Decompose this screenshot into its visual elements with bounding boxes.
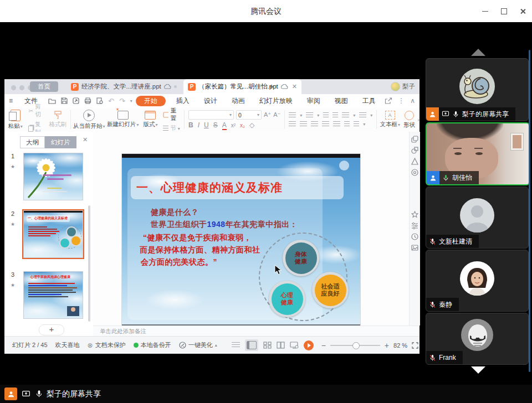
home-tab[interactable]: 首页 [30,81,58,92]
save-icon[interactable] [61,97,68,104]
slide-editing-area[interactable]: 一、心理健康的涵义及标准 健康是什么？ 世界卫生组织于1948年在其宪章中指出：… [122,154,360,326]
increase-indent-button[interactable] [332,112,338,118]
bold-button[interactable]: B [188,121,193,129]
menu-review[interactable]: 审阅 [300,94,328,107]
reset-button[interactable]: 重置 [163,107,180,122]
zoom-out-button[interactable]: − [321,341,326,350]
slide-thumbnail-3[interactable]: 心理学家杨凤池谈心理健康 [23,271,83,319]
video-tile-5[interactable]: Frank [426,313,529,365]
menu-design[interactable]: 设计 [197,94,224,107]
shrink-font-button[interactable]: A⁻ [273,111,280,118]
share-icon[interactable] [385,97,392,104]
font-name-select[interactable]: ▾ [188,110,234,120]
align-left-button[interactable] [289,121,296,127]
new-slide-button[interactable]: 新建幻灯片▾ [106,107,140,132]
zoom-slider[interactable] [330,345,380,346]
history-clock-icon[interactable] [411,233,418,240]
undo-button[interactable]: ↶ [108,97,114,105]
zoom-in-button[interactable]: + [385,341,389,350]
slide-quote-line1[interactable]: “健康不仅是免于疾病和衰弱， [143,233,252,243]
italic-button[interactable]: I [198,121,200,129]
paste-button[interactable]: 粘贴▾ [4,107,26,132]
tab-close-icon[interactable]: ✕ [292,83,297,90]
justify-button[interactable] [322,121,329,127]
theme-name[interactable]: 欢天喜地 [55,341,80,349]
menu-view[interactable]: 视图 [328,94,355,107]
menu-slideshow[interactable]: 幻灯片放映 [252,94,300,107]
backup-status[interactable]: 本地备份开 [134,341,171,349]
preview-icon[interactable] [96,97,103,104]
numbered-list-button[interactable] [306,112,313,118]
account-area[interactable]: 梨子 [391,81,415,92]
align-text-button[interactable] [359,112,366,118]
slide-sorter-button[interactable] [263,342,272,349]
close-button[interactable] [513,0,532,22]
collapse-ribbon-icon[interactable]: ∧ [410,97,415,105]
clear-format-button[interactable]: ◇ [249,121,254,129]
video-tile-4[interactable]: 秦静 [426,250,529,312]
cut-button[interactable]: ✂剪切 [28,103,44,118]
bullet-list-button[interactable] [289,112,296,118]
superscript-button[interactable]: x² [231,122,236,128]
settings-sliders-icon[interactable] [411,222,418,229]
minimize-button[interactable] [475,0,494,22]
slide-text-line1[interactable]: 健康是什么？ [151,208,199,218]
section-button[interactable]: 节▾ [163,125,180,132]
effects-star-icon[interactable] [411,211,418,218]
slide-text-line2[interactable]: 世界卫生组织于1948年在其宪章中指出： [151,220,298,230]
notes-view-button[interactable] [232,342,240,348]
slide-title[interactable]: 一、心理健康的涵义及标准 [136,180,283,195]
bubble-body-health[interactable]: 身体健康 [283,240,319,276]
layout-button[interactable]: 版式▾ [140,107,161,132]
scroll-up-arrow[interactable] [471,49,485,56]
shape-combine-icon[interactable] [411,147,418,154]
strikethrough-button[interactable]: S [213,121,218,129]
subscript-button[interactable]: x₂ [240,122,245,128]
pyramid-icon[interactable] [411,158,418,165]
protection-status[interactable]: ⊗文档未保护 [88,341,126,349]
add-slide-button[interactable]: + [39,324,64,335]
quick-access-caret-icon[interactable]: ▾ [130,99,132,104]
reading-view-button[interactable] [277,342,285,349]
textbox-button[interactable]: A 文本框▾ [378,107,401,132]
slide-quote-line3[interactable]: 会方面的完美状态。” [141,257,217,267]
slide-thumbnail-2-selected[interactable]: 一、心理健康的涵义及标准 [23,210,83,258]
video-tile-3[interactable]: 文新杜建清 [426,187,529,249]
paragraph-spacing-button[interactable] [354,121,359,127]
image-icon[interactable] [411,244,418,251]
doc-tab-1[interactable]: P 经济学院、文学...理讲座.ppt [66,79,181,94]
slideshow-play-button[interactable] [304,340,314,350]
open-icon[interactable] [48,97,56,104]
menu-animation[interactable]: 动画 [224,94,252,107]
beautify-button[interactable]: 一键美化▴ [179,341,217,349]
maximize-button[interactable] [494,0,513,22]
zoom-level[interactable]: 82 % [393,342,407,349]
format-painter-button[interactable]: 格式刷 [47,107,69,132]
bubble-mental-health[interactable]: 心理健康 [269,281,305,317]
print-icon[interactable] [84,97,91,104]
menu-tools[interactable]: 工具 [355,94,383,107]
video-tile-speaking[interactable]: 胡佳怡 [426,122,530,185]
ribbon-more-icon[interactable]: › [417,116,420,123]
presenter-view-button[interactable] [290,342,299,349]
bubble-social-adapt[interactable]: 社会适应良好 [312,272,349,308]
font-color-button[interactable]: A [222,121,227,129]
redo-button[interactable]: ↷ [119,97,125,105]
menu-insert[interactable]: 插入 [169,94,197,107]
normal-view-button-selected[interactable] [245,339,258,351]
align-center-button[interactable] [300,121,307,127]
outline-tab[interactable]: 大纲 [20,136,45,148]
underline-button[interactable]: U [204,121,209,129]
text-direction-button[interactable] [342,112,349,118]
slides-tab[interactable]: 幻灯片 [45,136,76,148]
scroll-down-arrow[interactable] [471,366,485,374]
menu-start-active[interactable]: 开始 [136,96,166,106]
new-tab-button[interactable]: + [266,81,277,92]
shape-button[interactable]: 形状 [401,107,417,132]
hamburger-icon[interactable]: ≡ [4,94,17,107]
panel-scrollbar[interactable] [88,205,90,322]
panel-close-icon[interactable]: ✕ [83,136,88,143]
slide-thumbnail-1[interactable] [23,153,83,200]
grow-font-button[interactable]: A⁺ [264,111,271,118]
object-icon[interactable] [411,136,418,143]
